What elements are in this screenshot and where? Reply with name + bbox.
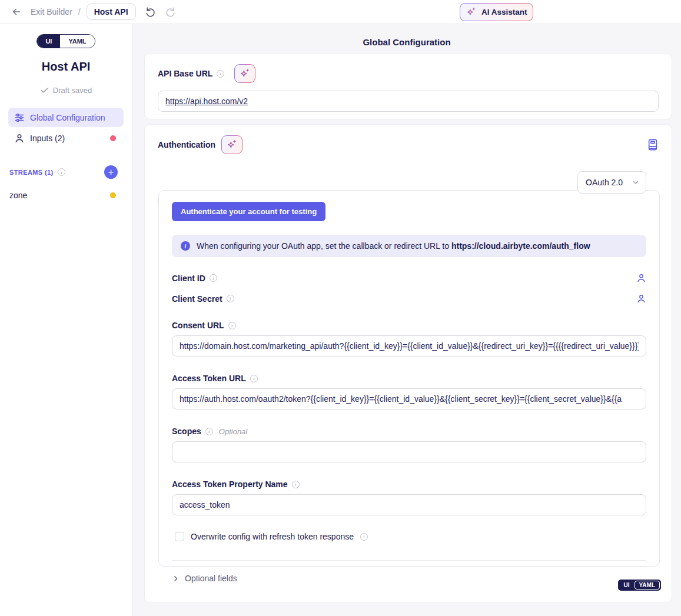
client-secret-label: Client Secret: [172, 294, 222, 304]
docs-book-icon[interactable]: [647, 138, 659, 151]
optional-fields-toggle[interactable]: Optional fields: [172, 574, 646, 583]
consent-url-label: Consent URL: [172, 321, 224, 330]
info-icon: i: [217, 70, 224, 78]
panel-divider: [172, 560, 646, 561]
info-icon: i: [210, 274, 217, 282]
overwrite-config-row: Overwrite config with refresh token resp…: [172, 532, 646, 541]
connector-title: Host API: [0, 60, 132, 74]
authentication-card: Authentication Method i OAut: [144, 124, 672, 603]
connector-builder-app: Exit Builder / Host API AI Assistant UI …: [0, 0, 681, 616]
ui-yaml-toggle[interactable]: UI YAML: [36, 34, 95, 48]
ai-suggest-button[interactable]: [234, 64, 255, 83]
access-token-url-input[interactable]: [172, 388, 646, 409]
info-icon: i: [292, 481, 300, 488]
redo-icon[interactable]: [163, 5, 177, 19]
authenticate-button[interactable]: Authenticate your account for testing: [172, 202, 325, 221]
page-title: Global Configuration: [132, 37, 681, 47]
optional-tag: Optional: [219, 427, 247, 436]
info-icon: i: [360, 533, 368, 541]
scopes-input[interactable]: [172, 441, 646, 462]
chevron-right-icon: [172, 575, 180, 582]
sidebar-item-global-configuration[interactable]: Global Configuration: [8, 108, 124, 127]
info-icon: i: [250, 375, 258, 382]
inputs-status-dot: [110, 135, 116, 141]
access-token-property-name-input[interactable]: [172, 494, 646, 515]
ai-sparkle-icon: [226, 139, 238, 151]
check-icon: [40, 86, 49, 95]
callback-info-text: When configuring your OAuth app, set the…: [197, 241, 451, 251]
client-id-label: Client ID: [172, 274, 205, 283]
scopes-label: Scopes: [172, 427, 201, 436]
undo-icon[interactable]: [144, 5, 158, 19]
add-stream-button[interactable]: +: [104, 165, 118, 179]
info-circle-icon: i: [181, 241, 190, 251]
oauth-config-panel: Authenticate your account for testing i …: [158, 190, 660, 567]
toggle-ui-option[interactable]: UI: [37, 35, 60, 48]
stream-status-dot: [110, 192, 116, 198]
top-bar: Exit Builder / Host API AI Assistant: [0, 0, 681, 24]
api-base-url-label: API Base URL: [158, 69, 212, 78]
connector-name-field[interactable]: Host API: [87, 4, 136, 20]
info-icon: i: [205, 428, 213, 435]
auth-method-value: OAuth 2.0: [586, 178, 632, 187]
toggle-yaml-option[interactable]: YAML: [635, 581, 660, 590]
info-icon: i: [58, 168, 65, 176]
ai-sparkle-icon: [239, 68, 251, 79]
access-token-property-name-label: Access Token Property Name: [172, 480, 288, 489]
overwrite-config-checkbox[interactable]: [175, 532, 184, 541]
sidebar-stream-zone[interactable]: zone: [8, 188, 124, 202]
client-secret-row: Client Secret i: [172, 294, 646, 304]
ai-assistant-button[interactable]: AI Assistant: [460, 3, 533, 21]
optional-fields-label: Optional fields: [185, 574, 237, 583]
api-base-url-card: API Base URL i: [144, 53, 672, 119]
authentication-title: Authentication: [158, 140, 215, 149]
user-input-icon[interactable]: [636, 294, 646, 304]
save-status-label: Draft saved: [53, 86, 92, 95]
save-status: Draft saved: [0, 86, 132, 95]
card-ui-yaml-toggle[interactable]: UI YAML: [618, 580, 661, 591]
back-arrow-icon[interactable]: [9, 5, 24, 19]
callback-info-banner: i When configuring your OAuth app, set t…: [172, 235, 646, 257]
client-id-row: Client ID i: [172, 273, 646, 283]
chevron-down-icon: [632, 178, 640, 187]
ai-suggest-button[interactable]: [221, 135, 242, 154]
sidebar-item-label: Global Configuration: [30, 113, 105, 122]
breadcrumb-separator: /: [78, 7, 81, 16]
main-content: Global Configuration API Base URL i Auth: [132, 24, 681, 616]
stream-label: zone: [9, 191, 27, 200]
exit-builder-link[interactable]: Exit Builder: [31, 7, 72, 16]
api-base-url-input[interactable]: [158, 91, 659, 112]
user-input-icon[interactable]: [636, 273, 646, 283]
auth-method-select[interactable]: OAuth 2.0: [577, 171, 646, 194]
sidebar-item-label: Inputs (2): [30, 134, 65, 143]
toggle-ui-option[interactable]: UI: [619, 581, 635, 590]
info-icon: i: [228, 322, 236, 329]
streams-header: STREAMS (1) i +: [8, 165, 124, 179]
sidebar-item-inputs[interactable]: Inputs (2): [8, 128, 124, 148]
user-icon: [14, 133, 25, 144]
consent-url-input[interactable]: [172, 335, 646, 357]
ai-sparkle-icon: [466, 6, 477, 18]
access-token-url-label: Access Token URL: [172, 374, 246, 383]
streams-header-label: STREAMS (1): [9, 169, 54, 176]
ai-assistant-label: AI Assistant: [481, 8, 527, 16]
sliders-icon: [14, 112, 25, 123]
callback-url: https://cloud.airbyte.com/auth_flow: [451, 241, 590, 251]
info-icon: i: [227, 295, 234, 302]
overwrite-config-label: Overwrite config with refresh token resp…: [191, 532, 354, 541]
sidebar: UI YAML Host API Draft saved Global Conf…: [0, 24, 132, 616]
toggle-yaml-option[interactable]: YAML: [60, 35, 94, 48]
